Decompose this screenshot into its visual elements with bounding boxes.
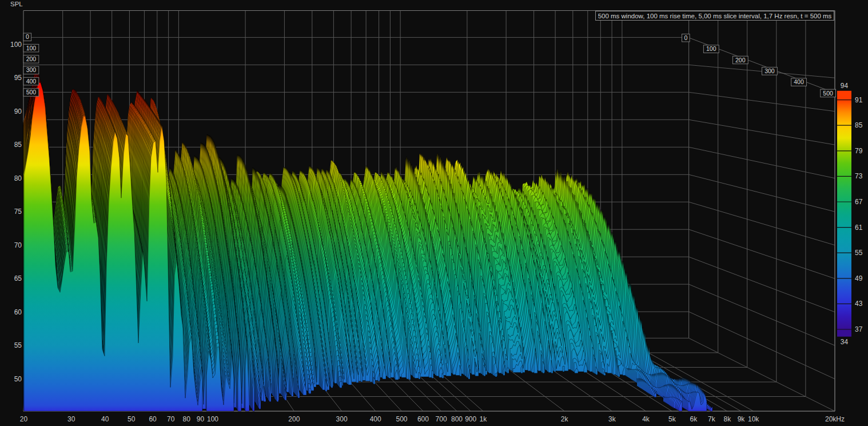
svg-text:55: 55: [14, 341, 22, 349]
svg-text:400: 400: [26, 78, 37, 85]
svg-text:5k: 5k: [668, 415, 676, 423]
svg-text:100: 100: [10, 41, 22, 49]
svg-text:67: 67: [855, 198, 863, 206]
svg-text:100: 100: [207, 415, 218, 423]
svg-text:700: 700: [436, 415, 447, 423]
svg-text:80: 80: [183, 415, 191, 423]
svg-text:73: 73: [855, 172, 863, 180]
svg-text:70: 70: [167, 415, 175, 423]
svg-text:50: 50: [14, 375, 22, 383]
svg-text:91: 91: [855, 96, 863, 104]
svg-text:94: 94: [841, 82, 849, 90]
svg-text:65: 65: [14, 274, 22, 282]
svg-text:300: 300: [26, 66, 37, 73]
svg-text:4k: 4k: [642, 415, 650, 423]
svg-text:500: 500: [823, 90, 833, 97]
svg-text:100: 100: [706, 45, 716, 52]
svg-text:200: 200: [288, 415, 300, 423]
svg-text:200: 200: [735, 57, 746, 63]
svg-text:9k: 9k: [738, 415, 746, 423]
svg-text:50: 50: [128, 415, 136, 423]
svg-text:60: 60: [14, 308, 22, 316]
svg-text:SPL: SPL: [10, 1, 23, 7]
svg-text:3k: 3k: [608, 415, 616, 423]
svg-text:0: 0: [26, 33, 29, 40]
svg-text:90: 90: [14, 108, 22, 116]
svg-text:400: 400: [794, 78, 804, 85]
svg-text:10k: 10k: [748, 415, 759, 423]
svg-text:7k: 7k: [708, 415, 716, 423]
svg-text:900: 900: [465, 415, 476, 423]
svg-text:20: 20: [20, 415, 28, 423]
svg-text:85: 85: [855, 121, 863, 129]
svg-text:37: 37: [855, 325, 863, 333]
svg-text:79: 79: [855, 147, 863, 155]
svg-text:500: 500: [396, 415, 407, 423]
svg-text:600: 600: [417, 415, 429, 423]
svg-text:100: 100: [26, 45, 37, 51]
svg-text:90: 90: [197, 415, 205, 423]
svg-text:8k: 8k: [723, 415, 731, 423]
svg-text:75: 75: [14, 208, 22, 216]
svg-text:95: 95: [14, 74, 22, 82]
svg-text:60: 60: [149, 415, 157, 423]
svg-text:6k: 6k: [690, 415, 698, 423]
svg-text:34: 34: [841, 338, 849, 346]
svg-text:43: 43: [855, 300, 863, 308]
svg-text:0: 0: [684, 34, 687, 41]
svg-text:30: 30: [67, 415, 75, 423]
svg-text:1k: 1k: [479, 415, 487, 423]
svg-text:49: 49: [855, 274, 863, 282]
svg-text:400: 400: [370, 415, 381, 423]
svg-text:80: 80: [14, 174, 22, 182]
svg-text:2k: 2k: [561, 415, 569, 423]
svg-text:300: 300: [336, 415, 348, 423]
svg-text:20kHz: 20kHz: [825, 415, 845, 423]
svg-text:70: 70: [14, 241, 22, 249]
svg-text:85: 85: [14, 141, 22, 149]
svg-text:61: 61: [855, 224, 863, 232]
svg-text:300: 300: [765, 67, 775, 74]
svg-text:500: 500: [26, 89, 37, 95]
svg-text:40: 40: [101, 415, 109, 423]
svg-text:200: 200: [26, 55, 37, 62]
svg-text:800: 800: [451, 415, 463, 423]
svg-text:500 ms window, 100 ms rise tim: 500 ms window, 100 ms rise time, 5,00 ms…: [598, 13, 832, 19]
svg-text:55: 55: [855, 249, 863, 257]
